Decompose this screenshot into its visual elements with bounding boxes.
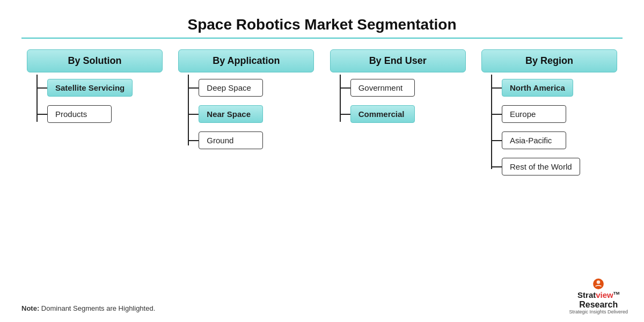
tree-line-wrapper-end-user: GovernmentCommercial (330, 75, 466, 127)
header-application: By Application (178, 49, 314, 72)
tree-item-row-region-3: Rest of the World (492, 158, 617, 175)
column-region: By RegionNorth AmericaEuropeAsia-Pacific… (481, 49, 617, 180)
logo-view: view (596, 290, 613, 299)
note-bold: Note: (21, 304, 39, 312)
tree-end-user: GovernmentCommercial (330, 72, 466, 127)
item-box-application-1: Near Space (199, 105, 263, 123)
tree-application: Deep SpaceNear SpaceGround (178, 72, 314, 153)
note-text: Dominant Segments are Highlighted. (39, 304, 155, 312)
item-box-end-user-0: Government (350, 79, 415, 97)
column-solution: By SolutionSatellite ServicingProducts (27, 49, 163, 127)
horiz-line-solution-1 (38, 114, 47, 115)
svg-point-1 (597, 281, 601, 284)
logo-icon (592, 278, 604, 290)
horiz-line-end-user-1 (341, 114, 350, 115)
horiz-line-region-3 (492, 166, 502, 167)
tree-item-row-region-1: Europe (492, 105, 617, 123)
item-box-region-0: North America (502, 79, 573, 97)
tree-item-row-application-1: Near Space (189, 105, 314, 123)
tree-region: North AmericaEuropeAsia-PacificRest of t… (481, 72, 617, 180)
tree-items-solution: Satellite ServicingProducts (38, 75, 163, 127)
header-end-user: By End User (330, 49, 466, 72)
logo-strat: Strat (577, 290, 596, 299)
note: Note: Dominant Segments are Highlighted. (21, 304, 155, 312)
tree-items-end-user: GovernmentCommercial (341, 75, 466, 127)
horiz-line-application-2 (189, 140, 199, 141)
title-divider (21, 38, 623, 39)
item-box-region-1: Europe (502, 105, 566, 123)
tree-item-row-application-2: Ground (189, 131, 314, 149)
horiz-line-region-1 (492, 114, 502, 115)
tree-item-row-solution-0: Satellite Servicing (38, 79, 163, 97)
tree-item-row-end-user-1: Commercial (341, 105, 466, 123)
horiz-line-region-2 (492, 140, 502, 141)
tree-items-region: North AmericaEuropeAsia-PacificRest of t… (492, 75, 617, 180)
logo-text: StratviewTM (577, 291, 619, 300)
page-title: Space Robotics Market Segmentation (21, 11, 623, 33)
tree-line-wrapper-solution: Satellite ServicingProducts (27, 75, 163, 127)
logo-tm: TM (613, 291, 620, 296)
horiz-line-end-user-0 (341, 87, 350, 89)
header-region: By Region (481, 49, 617, 72)
horiz-line-application-1 (189, 114, 199, 115)
tree-item-row-application-0: Deep Space (189, 79, 314, 97)
tree-item-row-region-0: North America (492, 79, 617, 97)
logo-research: Research (579, 300, 618, 310)
tree-line-wrapper-application: Deep SpaceNear SpaceGround (178, 75, 314, 153)
logo-tagline: Strategic Insights Delivered (569, 309, 628, 316)
tree-solution: Satellite ServicingProducts (27, 72, 163, 127)
item-box-region-3: Rest of the World (502, 158, 580, 175)
tree-item-row-solution-1: Products (38, 105, 163, 123)
tree-item-row-region-2: Asia-Pacific (492, 131, 617, 149)
horiz-line-application-0 (189, 87, 199, 89)
tree-items-application: Deep SpaceNear SpaceGround (189, 75, 314, 153)
tree-item-row-end-user-0: Government (341, 79, 466, 97)
page: Space Robotics Market Segmentation By So… (0, 0, 644, 322)
item-box-end-user-1: Commercial (350, 105, 415, 123)
horiz-line-region-0 (492, 87, 502, 89)
header-solution: By Solution (27, 49, 163, 72)
item-box-region-2: Asia-Pacific (502, 131, 566, 149)
item-box-solution-0: Satellite Servicing (47, 79, 133, 97)
logo: StratviewTM Research Strategic Insights … (569, 278, 628, 316)
item-box-application-0: Deep Space (199, 79, 263, 97)
column-application: By ApplicationDeep SpaceNear SpaceGround (178, 49, 314, 153)
item-box-solution-1: Products (47, 105, 112, 123)
column-end-user: By End UserGovernmentCommercial (330, 49, 466, 127)
tree-line-wrapper-region: North AmericaEuropeAsia-PacificRest of t… (481, 75, 617, 180)
columns-container: By SolutionSatellite ServicingProductsBy… (21, 49, 623, 180)
item-box-application-2: Ground (199, 131, 263, 149)
horiz-line-solution-0 (38, 87, 47, 89)
